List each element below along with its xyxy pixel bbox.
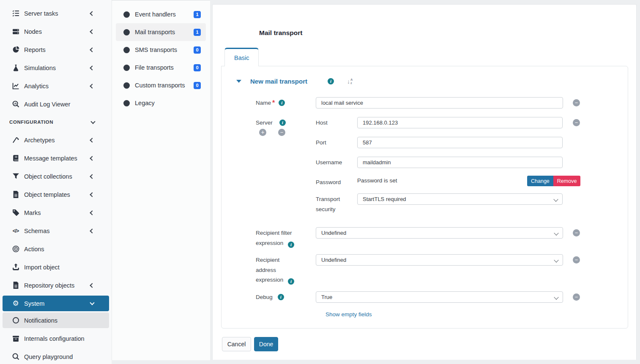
circle-icon [123, 82, 130, 89]
password-label: Password [316, 177, 341, 187]
sidebar-item-system[interactable]: ⚙ System [3, 296, 109, 311]
minus-circle-icon[interactable] [573, 256, 580, 263]
port-input[interactable] [357, 137, 563, 148]
name-input[interactable] [316, 97, 563, 109]
archetypes-icon [11, 136, 20, 144]
sidebar-item-label: Message templates [24, 155, 90, 162]
sidebar-item-simulations[interactable]: Simulations [0, 59, 112, 77]
upload-icon [11, 263, 20, 271]
transport-security-select[interactable]: StartTLS required [357, 193, 563, 205]
cancel-button[interactable]: Cancel [222, 337, 251, 351]
sidebar-item-import-object[interactable]: Import object [0, 258, 112, 276]
main-panel: Mail transport Basic New mail transport … [212, 4, 637, 360]
change-password-button[interactable]: Change [527, 176, 553, 186]
list-item-sms-transports[interactable]: SMS transports 0 [116, 41, 206, 59]
recipient-address-select[interactable]: Undefined [316, 254, 563, 266]
list-item-mail-transports[interactable]: Mail transports 1 [116, 23, 206, 41]
form-header[interactable]: New mail transport [250, 78, 307, 85]
circle-icon [123, 47, 130, 53]
sidebar-item-label: Marks [24, 209, 90, 216]
info-icon[interactable] [288, 242, 294, 248]
flask-icon [11, 64, 20, 71]
sidebar-item-notifications[interactable]: Notifications [3, 312, 109, 328]
chevron-left-icon [90, 138, 94, 142]
chevron-down-icon [90, 300, 94, 305]
sidebar-item-object-collections[interactable]: Object collections [0, 167, 112, 185]
chevron-left-icon [90, 228, 94, 233]
username-label: Username [316, 158, 342, 168]
done-button[interactable]: Done [254, 337, 278, 351]
sidebar-item-object-templates[interactable]: Object templates [0, 185, 112, 204]
debug-value: True [321, 294, 332, 300]
sidebar-item-archetypes[interactable]: Archetypes [0, 131, 112, 149]
code-icon: </> [11, 228, 20, 234]
show-empty-fields-link[interactable]: Show empty fields [325, 311, 372, 318]
sidebar-item-label: Schemas [24, 228, 90, 234]
sidebar-item-label: Archetypes [24, 137, 90, 144]
tasks-icon [11, 10, 20, 17]
info-icon[interactable] [278, 294, 284, 300]
count-badge: 0 [194, 82, 201, 89]
tab-label: Basic [234, 54, 249, 61]
minus-circle-icon[interactable] [573, 99, 580, 106]
sidebar-item-query-playground[interactable]: Query playground [0, 348, 112, 364]
host-input[interactable] [357, 117, 563, 128]
count-badge: 1 [194, 11, 201, 18]
sidebar-item-label: Internals configuration [24, 335, 94, 342]
list-item-legacy[interactable]: Legacy [116, 94, 206, 112]
username-input[interactable] [357, 157, 563, 168]
remove-password-button[interactable]: Remove [553, 176, 581, 186]
info-icon[interactable] [288, 278, 294, 285]
search-icon [11, 353, 20, 360]
sidebar-item-message-templates[interactable]: Message templates [0, 149, 112, 167]
nodes-icon [11, 28, 20, 35]
bullseye-icon [11, 245, 20, 253]
sidebar-item-actions[interactable]: Actions [0, 240, 112, 258]
list-item-label: Mail transports [135, 29, 194, 35]
tab-basic[interactable]: Basic [224, 48, 259, 66]
list-item-label: Legacy [135, 100, 201, 106]
sidebar-item-server-tasks[interactable]: Server tasks [0, 4, 112, 22]
sort-alpha-icon[interactable]: ↓ Az [347, 78, 353, 85]
sidebar-item-reports[interactable]: Reports [0, 41, 112, 59]
sidebar-item-audit-log-viewer[interactable]: Audit Log Viewer [0, 95, 112, 113]
mail-transport-form: New mail transport ↓ Az Name * Server Ho… [221, 66, 628, 329]
minus-circle-icon[interactable] [573, 119, 580, 126]
transport-security-value: StartTLS required [363, 196, 406, 202]
sidebar-section-configuration[interactable]: CONFIGURATION [0, 113, 112, 131]
list-item-custom-transports[interactable]: Custom transports 0 [116, 76, 206, 94]
sidebar-item-schemas[interactable]: </> Schemas [0, 222, 112, 240]
port-label: Port [316, 138, 326, 148]
tag-icon [11, 209, 20, 216]
info-icon[interactable] [328, 78, 334, 84]
chevron-left-icon [90, 11, 94, 16]
minus-circle-icon[interactable] [278, 129, 285, 136]
chevron-left-icon [90, 192, 94, 197]
plus-circle-icon[interactable] [259, 129, 266, 136]
sidebar-item-nodes[interactable]: Nodes [0, 22, 112, 41]
minus-circle-icon[interactable] [573, 293, 580, 301]
info-icon[interactable] [279, 120, 286, 126]
chevron-left-icon [90, 210, 94, 215]
sidebar-item-label: Object collections [24, 173, 90, 180]
chevron-left-icon [90, 47, 94, 52]
caret-down-icon[interactable] [236, 80, 241, 83]
recipient-filter-select[interactable]: Undefined [316, 227, 563, 239]
circle-icon [123, 29, 130, 35]
list-item-file-transports[interactable]: File transports 0 [116, 59, 206, 76]
password-status: Password is set [357, 177, 397, 184]
sidebar-item-internals-configuration[interactable]: Internals configuration [0, 329, 112, 348]
info-icon[interactable] [279, 100, 285, 106]
debug-select[interactable]: True [316, 291, 563, 303]
minus-circle-icon[interactable] [573, 229, 580, 236]
sidebar-item-label: System [24, 300, 90, 307]
sidebar-item-repository-objects[interactable]: Repository objects [0, 276, 112, 294]
chevron-left-icon [90, 84, 94, 88]
sidebar-item-analytics[interactable]: Analytics [0, 77, 112, 95]
sidebar: Server tasks Nodes Reports Simulations A… [0, 0, 112, 364]
sidebar-item-marks[interactable]: Marks [0, 204, 112, 222]
page-title: Mail transport [259, 29, 302, 37]
sidebar-item-label: Notifications [24, 317, 94, 324]
list-item-event-handlers[interactable]: Event handlers 1 [116, 5, 206, 23]
chevron-left-icon [90, 65, 94, 70]
